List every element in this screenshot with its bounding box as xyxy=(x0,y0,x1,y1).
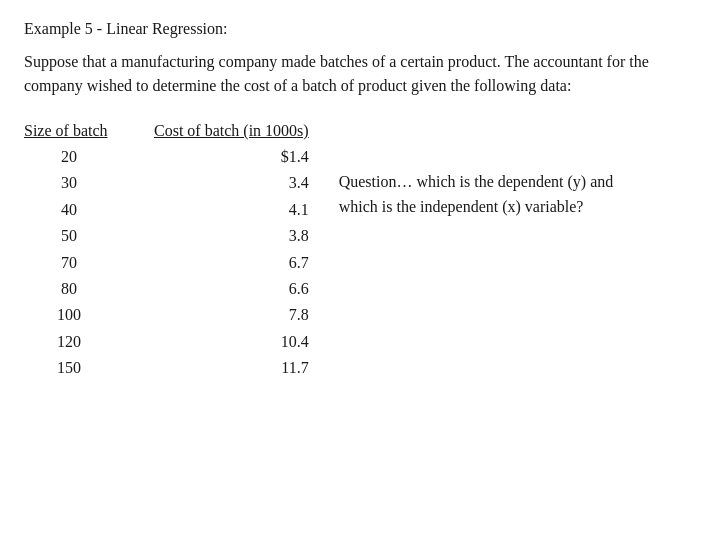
table-row: 70 xyxy=(24,250,114,276)
table-row: 11.7 xyxy=(154,355,309,381)
col1-header: Size of batch xyxy=(24,122,114,140)
table-row: 20 xyxy=(24,144,114,170)
table-row: 150 xyxy=(24,355,114,381)
table-row: 6.6 xyxy=(154,276,309,302)
cost-column: $1.43.44.13.86.76.67.810.411.7 xyxy=(154,144,309,382)
table-row: 3.4 xyxy=(154,170,309,196)
question-text: Question… which is the dependent (y) and… xyxy=(339,170,619,220)
table-row: 10.4 xyxy=(154,329,309,355)
table-row: 6.7 xyxy=(154,250,309,276)
table-row: 7.8 xyxy=(154,302,309,328)
table-row: 4.1 xyxy=(154,197,309,223)
table-row: 40 xyxy=(24,197,114,223)
table-row: 100 xyxy=(24,302,114,328)
size-column: 203040507080100120150 xyxy=(24,144,114,382)
table-row: 30 xyxy=(24,170,114,196)
table-row: 50 xyxy=(24,223,114,249)
col2-header: Cost of batch (in 1000s) xyxy=(154,122,309,140)
intro-paragraph: Suppose that a manufacturing company mad… xyxy=(24,50,696,98)
table-row: 80 xyxy=(24,276,114,302)
example-title: Example 5 - Linear Regression: xyxy=(24,20,696,38)
table-row: 120 xyxy=(24,329,114,355)
table-row: $1.4 xyxy=(154,144,309,170)
table-row: 3.8 xyxy=(154,223,309,249)
